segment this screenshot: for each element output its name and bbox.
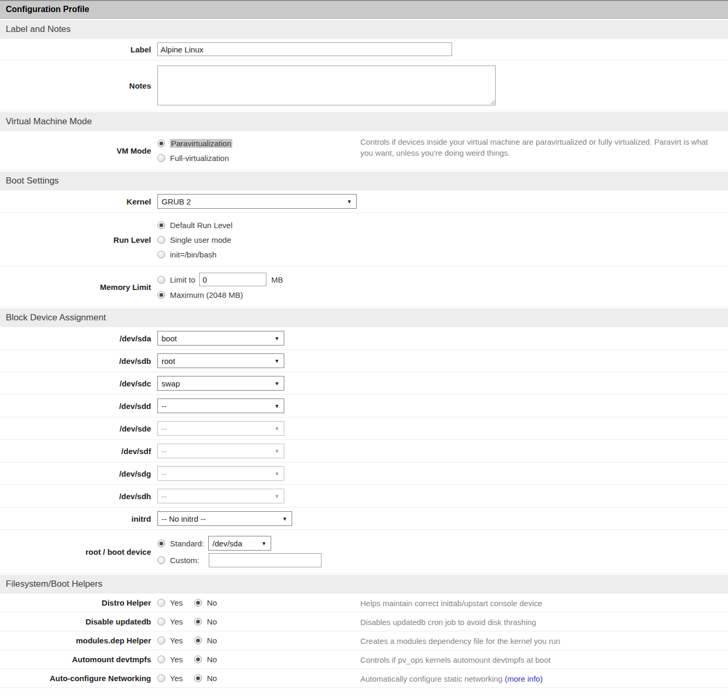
helper-row-updatedb: Disable updatedb Yes No Disables updated… — [0, 612, 728, 631]
no-option[interactable]: No — [207, 674, 217, 683]
dev-sdb-select-value: root — [162, 357, 175, 365]
vm-mode-option-paravirtualization[interactable]: Paravirtualization — [170, 139, 232, 148]
disable-updatedb-label: Disable updatedb — [0, 617, 157, 626]
radio-unchecked-icon[interactable] — [157, 276, 165, 284]
radio-unchecked-icon[interactable] — [157, 599, 165, 607]
chevron-down-icon: ▼ — [274, 381, 280, 386]
radio-unchecked-icon[interactable] — [157, 154, 165, 162]
run-level-row: Run Level Default Run Level Single user … — [0, 213, 728, 267]
dev-sdd-select[interactable]: -- ▼ — [157, 399, 284, 413]
dev-sdg-select: -- ▼ — [157, 466, 284, 481]
notes-row: Notes — [0, 60, 728, 111]
auto-configure-networking-label: Auto-configure Networking — [0, 674, 157, 683]
helper-row-modules-dep: modules.dep Helper Yes No Creates a modu… — [0, 631, 728, 650]
vm-mode-row: VM Mode Paravirtualization Full-virtuali… — [0, 131, 728, 170]
radio-unchecked-icon[interactable] — [157, 251, 165, 259]
chevron-down-icon: ▼ — [274, 336, 280, 341]
radio-checked-icon[interactable] — [194, 618, 202, 626]
root-device-standard-select[interactable]: /dev/sda ▼ — [208, 536, 271, 551]
radio-checked-icon[interactable] — [194, 655, 202, 663]
yes-option[interactable]: Yes — [170, 617, 183, 626]
radio-checked-icon[interactable] — [194, 599, 202, 607]
disable-updatedb-help-text: Disables updatedb cron job to avoid disk… — [360, 616, 716, 627]
radio-checked-icon[interactable] — [194, 637, 202, 644]
initrd-select[interactable]: -- No initrd -- ▼ — [157, 511, 292, 526]
dev-sdc-select-value: swap — [162, 379, 180, 388]
kernel-label: Kernel — [0, 197, 157, 206]
run-level-option-init-bash[interactable]: init=/bin/bash — [170, 250, 217, 259]
helper-row-auto-networking: Auto-configure Networking Yes No Automat… — [0, 669, 728, 688]
root-device-standard-label[interactable]: Standard: — [170, 539, 204, 548]
radio-checked-icon[interactable] — [194, 674, 202, 682]
block-device-row-sdg: /dev/sdg -- ▼ — [0, 462, 728, 485]
label-input[interactable] — [157, 42, 452, 56]
chevron-down-icon: ▼ — [347, 199, 352, 204]
kernel-row: Kernel GRUB 2 ▼ — [0, 190, 728, 213]
radio-checked-icon[interactable] — [157, 540, 165, 547]
chevron-down-icon: ▼ — [261, 541, 266, 546]
block-device-row-sda: /dev/sda boot ▼ — [0, 327, 728, 350]
dev-sdh-select-value: -- — [162, 492, 167, 501]
section-header-helpers: Filesystem/Boot Helpers — [0, 575, 728, 594]
initrd-label: initrd — [0, 514, 157, 523]
dev-sde-select: -- ▼ — [157, 421, 284, 436]
dev-sdb-select[interactable]: root ▼ — [157, 353, 284, 368]
dev-sdf-select: -- ▼ — [157, 444, 284, 458]
radio-unchecked-icon[interactable] — [157, 637, 165, 644]
notes-field-label: Notes — [0, 81, 157, 90]
radio-unchecked-icon[interactable] — [157, 655, 165, 663]
radio-checked-icon[interactable] — [157, 221, 165, 229]
no-option[interactable]: No — [207, 617, 217, 626]
block-device-row-sdf: /dev/sdf -- ▼ — [0, 440, 728, 462]
yes-option[interactable]: Yes — [170, 636, 183, 645]
dev-sdf-label: /dev/sdf — [0, 447, 157, 456]
initrd-select-value: -- No initrd -- — [162, 514, 206, 523]
vm-mode-label: VM Mode — [0, 146, 157, 155]
root-device-custom-input[interactable] — [209, 553, 322, 567]
kernel-select[interactable]: GRUB 2 ▼ — [157, 194, 357, 209]
no-option[interactable]: No — [207, 636, 217, 645]
dev-sdf-select-value: -- — [162, 447, 167, 456]
dev-sdc-select[interactable]: swap ▼ — [157, 376, 284, 391]
yes-option[interactable]: Yes — [170, 655, 183, 664]
section-header-vm-mode: Virtual Machine Mode — [0, 112, 728, 131]
kernel-select-value: GRUB 2 — [162, 197, 191, 206]
dev-sdg-label: /dev/sdg — [0, 469, 157, 478]
no-option[interactable]: No — [207, 598, 217, 607]
help-text-fragment: Automatically configure static networkin… — [360, 674, 505, 683]
dev-sdd-label: /dev/sdd — [0, 402, 157, 411]
chevron-down-icon: ▼ — [274, 448, 280, 454]
dev-sdh-select: -- ▼ — [157, 489, 284, 503]
more-info-link[interactable]: (more info) — [505, 674, 543, 683]
radio-checked-icon[interactable] — [157, 291, 165, 299]
block-device-row-sdb: /dev/sdb root ▼ — [0, 350, 728, 372]
chevron-down-icon: ▼ — [274, 471, 280, 477]
page-title: Configuration Profile — [0, 0, 728, 19]
memory-limit-option-limit[interactable]: Limit to — [170, 275, 195, 284]
helper-row-distro: Distro Helper Yes No Helps maintain corr… — [0, 594, 728, 612]
dev-sda-select[interactable]: boot ▼ — [157, 331, 284, 346]
automount-devtmpfs-help-text: Controls if pv_ops kernels automount dev… — [360, 654, 716, 665]
dev-sda-select-value: boot — [162, 334, 177, 343]
notes-textarea[interactable] — [157, 66, 496, 105]
yes-option[interactable]: Yes — [170, 598, 183, 607]
vm-mode-option-full-virtualization[interactable]: Full-virtualization — [170, 154, 229, 163]
run-level-option-single-user[interactable]: Single user mode — [170, 235, 231, 244]
memory-limit-option-maximum[interactable]: Maximum (2048 MB) — [170, 290, 243, 299]
radio-checked-icon[interactable] — [157, 139, 165, 147]
dev-sdd-select-value: -- — [162, 402, 167, 411]
root-device-custom-label[interactable]: Custom: — [170, 556, 199, 565]
radio-unchecked-icon[interactable] — [157, 674, 165, 682]
radio-unchecked-icon[interactable] — [157, 236, 165, 244]
no-option[interactable]: No — [207, 655, 217, 664]
automount-devtmpfs-label: Automount devtmpfs — [0, 655, 157, 664]
chevron-down-icon: ▼ — [274, 493, 280, 499]
run-level-option-default[interactable]: Default Run Level — [170, 221, 232, 230]
vm-mode-help-text: Controls if devices inside your virtual … — [360, 136, 716, 158]
initrd-row: initrd -- No initrd -- ▼ — [0, 508, 728, 530]
radio-unchecked-icon[interactable] — [157, 618, 165, 626]
memory-limit-input[interactable] — [199, 273, 266, 286]
dev-sde-select-value: -- — [162, 424, 167, 433]
yes-option[interactable]: Yes — [170, 674, 183, 683]
radio-unchecked-icon[interactable] — [157, 556, 165, 564]
